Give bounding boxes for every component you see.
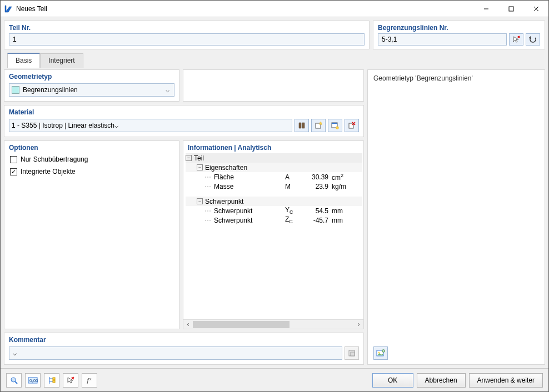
- collapse-icon: −: [197, 198, 203, 204]
- image-icon: [376, 349, 385, 358]
- note-icon: [347, 349, 356, 358]
- material-delete-button[interactable]: [345, 119, 359, 132]
- title-bar: Neues Teil: [1, 1, 548, 17]
- geometrietyp-swatch: [12, 86, 19, 94]
- undo-arrow-icon: [528, 35, 537, 44]
- delete-x-icon: [347, 121, 356, 130]
- tree-row-masse: ⋯MasseM23.9kg/m: [186, 182, 362, 191]
- begrenzungslinien-label: Begrenzungslinien Nr.: [373, 21, 545, 33]
- chevron-down-icon: ⌵: [114, 122, 118, 129]
- maximize-button[interactable]: [498, 1, 523, 17]
- svg-point-18: [11, 378, 16, 382]
- tree-node-eigenschaften[interactable]: −Eigenschaften: [186, 163, 362, 172]
- cursor-x-icon: [66, 376, 75, 385]
- tool-units-button[interactable]: 0,00: [25, 373, 41, 388]
- magnifier-icon: [9, 376, 18, 385]
- tool-select-delete-button[interactable]: [63, 373, 78, 388]
- window-title: Neues Teil: [16, 5, 473, 13]
- description-text: Geometrietyp 'Begrenzungslinien': [373, 74, 539, 346]
- image-add-button[interactable]: [373, 346, 388, 360]
- footer: 0,00 ƒx OK Abbrechen Anwenden & weiter: [1, 368, 548, 391]
- optionen-heading: Optionen: [4, 141, 179, 153]
- collapse-icon: −: [186, 155, 192, 161]
- svg-line-19: [15, 381, 17, 384]
- tool-function-button[interactable]: ƒx: [82, 373, 97, 388]
- svg-rect-25: [53, 378, 55, 380]
- tree-node-schwerpunkt[interactable]: −Schwerpunkt: [186, 197, 362, 206]
- material-value: 1 - S355 | Isotrop | Linear elastisch: [12, 122, 114, 129]
- scroll-right-icon[interactable]: ›: [354, 320, 363, 328]
- kommentar-heading: Kommentar: [4, 333, 363, 345]
- tab-integriert[interactable]: Integriert: [40, 53, 83, 68]
- option-integrierte[interactable]: Integrierte Objekte: [4, 165, 179, 178]
- collapse-icon: −: [197, 164, 203, 170]
- checkbox-checked-icon: [10, 168, 17, 175]
- chevron-down-icon: ⌵: [13, 349, 17, 357]
- material-edit-button[interactable]: [328, 119, 342, 132]
- pick-cursor-icon: [512, 35, 521, 44]
- svg-text:0,00: 0,00: [29, 378, 38, 383]
- revert-button[interactable]: [526, 33, 540, 46]
- book-icon: [297, 121, 306, 130]
- geometrietyp-combo[interactable]: Begrenzungslinien ⌵: [9, 83, 174, 97]
- kommentar-apply-button[interactable]: [345, 346, 359, 360]
- horizontal-scrollbar[interactable]: ‹ ›: [183, 319, 363, 329]
- tree-icon: [47, 376, 56, 385]
- scroll-thumb[interactable]: [193, 321, 290, 328]
- tab-basis[interactable]: Basis: [7, 53, 40, 68]
- geometrietyp-heading: Geometrietyp: [4, 70, 179, 82]
- description-panel: Geometrietyp 'Begrenzungslinien': [367, 69, 545, 365]
- material-library-button[interactable]: [295, 119, 309, 132]
- tree-row-schwerpunkt-y: ⋯SchwerpunktYC54.5mm: [186, 206, 362, 215]
- edit-window-icon: [331, 121, 340, 130]
- kommentar-combo[interactable]: ⌵: [9, 346, 342, 360]
- geometrietyp-panel: Geometrietyp Begrenzungslinien ⌵: [4, 69, 179, 102]
- chevron-down-icon: ⌵: [163, 86, 172, 94]
- option-schub-label: Nur Schubübertragung: [21, 155, 88, 163]
- sym-yc: YC: [285, 206, 302, 215]
- svg-rect-14: [351, 352, 355, 356]
- svg-rect-1: [509, 7, 513, 11]
- function-icon: ƒx: [85, 376, 94, 385]
- geometrietyp-value: Begrenzungslinien: [23, 86, 163, 94]
- tree-node-teil[interactable]: −Teil: [186, 153, 362, 163]
- svg-point-9: [336, 127, 339, 129]
- informationen-heading: Informationen | Analytisch: [183, 141, 363, 153]
- svg-text:x: x: [89, 377, 92, 381]
- tool-tree-button[interactable]: [44, 373, 59, 388]
- option-integrierte-label: Integrierte Objekte: [21, 168, 76, 175]
- cancel-button[interactable]: Abbrechen: [417, 373, 466, 388]
- teil-nr-input[interactable]: [9, 33, 365, 46]
- material-panel: Material 1 - S355 | Isotrop | Linear ela…: [4, 105, 364, 137]
- begrenzungslinien-input[interactable]: [378, 33, 507, 46]
- apply-continue-button[interactable]: Anwenden & weiter: [469, 373, 543, 388]
- material-new-button[interactable]: [311, 119, 326, 132]
- kommentar-panel: Kommentar ⌵: [4, 333, 364, 365]
- material-combo[interactable]: 1 - S355 | Isotrop | Linear elastisch ⌵: [9, 119, 292, 132]
- checkbox-icon: [10, 156, 17, 163]
- teil-nr-label: Teil Nr.: [4, 21, 369, 33]
- ok-button[interactable]: OK: [372, 373, 413, 388]
- svg-rect-26: [53, 380, 55, 383]
- tool-help-button[interactable]: [6, 373, 22, 388]
- optionen-panel: Optionen Nur Schubübertragung Integriert…: [4, 140, 179, 329]
- unit-cm2: cm2: [328, 173, 352, 182]
- svg-rect-8: [332, 123, 337, 124]
- close-button[interactable]: [523, 1, 548, 17]
- scroll-left-icon[interactable]: ‹: [183, 320, 193, 328]
- pick-lines-button[interactable]: [509, 33, 523, 46]
- option-schub[interactable]: Nur Schubübertragung: [4, 153, 179, 165]
- tree-row-schwerpunkt-z: ⋯SchwerpunktZC-45.7mm: [186, 215, 362, 225]
- tree-row-flaeche: ⋯FlächeA30.39cm2: [186, 172, 362, 182]
- informationen-panel: Informationen | Analytisch −Teil −Eigens…: [183, 140, 364, 329]
- units-icon: 0,00: [28, 376, 38, 384]
- new-star-icon: [314, 121, 323, 130]
- info-tree: −Teil −Eigenschaften ⋯FlächeA30.39cm2 ⋯M…: [183, 153, 363, 319]
- preview-empty-panel: [183, 69, 364, 102]
- app-icon: [4, 4, 13, 13]
- minimize-button[interactable]: [473, 1, 498, 17]
- teil-nr-panel: Teil Nr.: [4, 21, 370, 49]
- tabs: Basis Integriert: [4, 52, 545, 67]
- material-heading: Material: [4, 105, 363, 118]
- begrenzungslinien-panel: Begrenzungslinien Nr.: [373, 21, 545, 49]
